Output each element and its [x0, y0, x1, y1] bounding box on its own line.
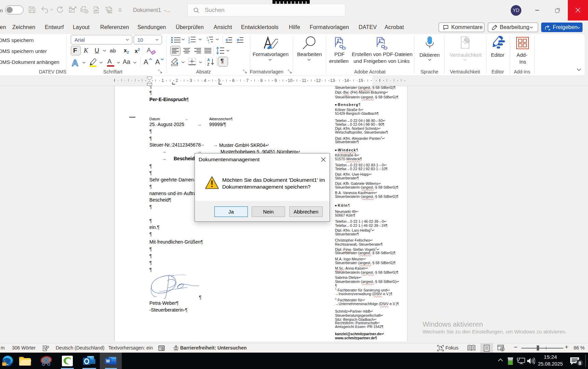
- svg-text:A: A: [207, 58, 210, 62]
- svg-text:Z: Z: [207, 62, 210, 66]
- svg-text:1: 1: [188, 37, 190, 39]
- svg-text:i: i: [209, 41, 209, 43]
- svg-text:A: A: [72, 58, 78, 67]
- svg-text:W: W: [106, 359, 110, 364]
- svg-text:3: 3: [188, 41, 190, 44]
- svg-text:1: 1: [206, 37, 208, 39]
- svg-text:PDF: PDF: [108, 11, 112, 13]
- svg-text:2: 2: [188, 39, 190, 41]
- svg-text:8: 8: [578, 360, 581, 366]
- svg-text:a: a: [208, 39, 209, 41]
